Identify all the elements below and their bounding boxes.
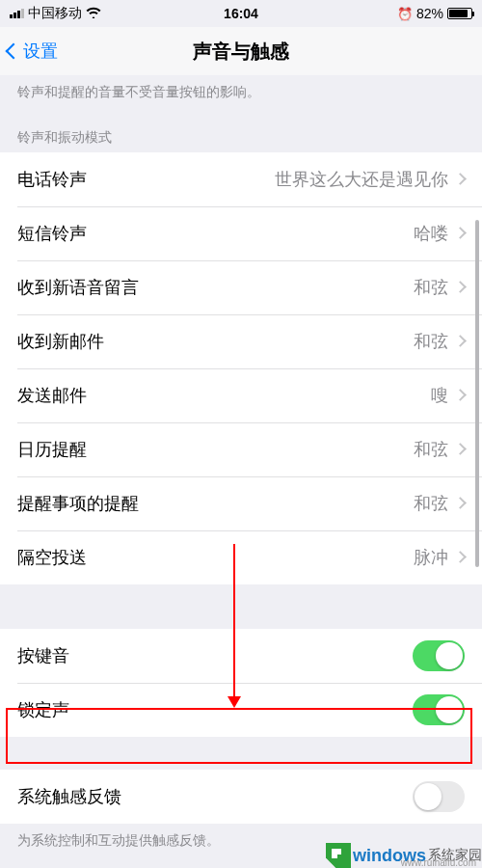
battery-pct: 82% [416,6,443,21]
row-airdrop[interactable]: 隔空投送 脉冲 [0,530,482,584]
row-new-mail[interactable]: 收到新邮件 和弦 [0,314,482,368]
page-title: 声音与触感 [124,39,358,65]
haptics-group: 系统触感反馈 [0,770,482,824]
row-label: 发送邮件 [17,384,431,407]
row-system-haptics: 系统触感反馈 [0,770,482,824]
chevron-right-icon [454,443,467,455]
volume-buttons-note: 铃声和提醒的音量不受音量按钮的影响。 [0,75,482,116]
section-header-tones: 铃声和振动模式 [0,116,482,152]
battery-icon [447,8,472,19]
content: 铃声和提醒的音量不受音量按钮的影响。 铃声和振动模式 电话铃声 世界这么大还是遇… [0,75,482,863]
status-bar: 中国移动 16:04 ⏰ 82% [0,0,482,27]
annotation-arrow-line [233,544,235,702]
row-lock-sound: 锁定声 [0,683,482,737]
status-time: 16:04 [164,6,318,21]
row-label: 锁定声 [17,698,413,721]
chevron-right-icon [454,281,467,293]
lock-sound-toggle[interactable] [413,694,465,725]
alarm-icon: ⏰ [397,7,413,21]
status-left: 中国移动 [10,5,164,22]
row-text-tone[interactable]: 短信铃声 哈喽 [0,206,482,260]
row-new-voicemail[interactable]: 收到新语音留言 和弦 [0,260,482,314]
chevron-right-icon [454,389,467,401]
sound-switches-group: 按键音 锁定声 [0,629,482,737]
row-sent-mail[interactable]: 发送邮件 嗖 [0,368,482,422]
nav-bar: 设置 声音与触感 [0,27,482,75]
row-label: 日历提醒 [17,438,414,461]
row-calendar-alerts[interactable]: 日历提醒 和弦 [0,422,482,476]
row-label: 系统触感反馈 [17,785,413,808]
watermark-logo-icon [326,843,351,868]
row-label: 短信铃声 [17,222,414,245]
chevron-left-icon [6,43,22,60]
row-value: 和弦 [414,492,448,515]
row-value: 世界这么大还是遇见你 [275,168,448,191]
row-value: 和弦 [414,276,448,299]
watermark-url: www.ruihaifu.com [401,857,476,868]
row-label: 提醒事项的提醒 [17,492,414,515]
annotation-arrow-head-icon [228,696,241,708]
row-label: 收到新语音留言 [17,276,414,299]
row-value: 和弦 [414,330,448,353]
row-label: 收到新邮件 [17,330,414,353]
signal-icon [10,9,24,18]
row-keyboard-clicks: 按键音 [0,629,482,683]
row-reminder-alerts[interactable]: 提醒事项的提醒 和弦 [0,476,482,530]
status-right: ⏰ 82% [318,6,472,21]
system-haptics-toggle[interactable] [413,781,465,812]
chevron-right-icon [454,227,467,239]
tones-group: 电话铃声 世界这么大还是遇见你 短信铃声 哈喽 收到新语音留言 和弦 收到新邮件… [0,152,482,584]
wifi-icon [86,6,101,21]
row-value: 和弦 [414,438,448,461]
row-label: 隔空投送 [17,546,414,569]
row-value: 脉冲 [414,546,448,569]
keyboard-clicks-toggle[interactable] [413,640,465,671]
row-ringtone[interactable]: 电话铃声 世界这么大还是遇见你 [0,152,482,206]
chevron-right-icon [454,335,467,347]
back-label: 设置 [23,40,58,63]
back-button[interactable]: 设置 [8,40,124,63]
chevron-right-icon [454,173,467,185]
chevron-right-icon [454,497,467,509]
carrier-label: 中国移动 [28,5,82,22]
row-value: 哈喽 [414,222,448,245]
row-label: 按键音 [17,644,413,667]
row-label: 电话铃声 [17,168,275,191]
chevron-right-icon [454,551,467,563]
scrollbar[interactable] [475,220,479,567]
row-value: 嗖 [431,384,448,407]
